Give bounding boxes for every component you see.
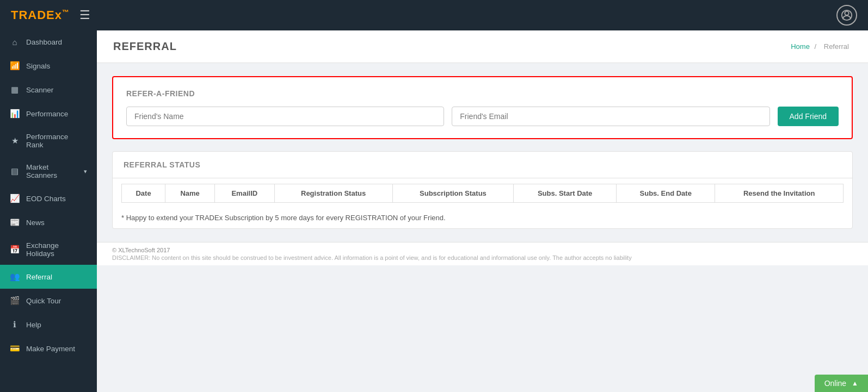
status-card-header: REFERRAL STATUS xyxy=(113,152,852,178)
referral-note: * Happy to extend your TRADEx Subscripti… xyxy=(113,207,852,228)
table-header-row: DateNameEmailIDRegistration StatusSubscr… xyxy=(122,184,844,203)
sidebar: ⌂ Dashboard 📶 Signals ▦ Scanner 📊 Perfor… xyxy=(0,30,97,392)
refer-card-title: REFER-A-FRIEND xyxy=(126,89,839,98)
sidebar-item-help[interactable]: ℹ Help xyxy=(0,313,97,337)
add-friend-button[interactable]: Add Friend xyxy=(778,107,839,126)
hamburger-menu[interactable]: ☰ xyxy=(79,8,90,22)
navbar: TRADEx™ ☰ xyxy=(0,0,868,30)
friend-email-input[interactable] xyxy=(452,107,769,126)
sidebar-label-market-scanners: Market Scanners xyxy=(26,163,77,179)
breadcrumb-current: Referral xyxy=(824,42,849,51)
content-area: REFER-A-FRIEND Add Friend REFERRAL STATU… xyxy=(97,63,868,242)
sidebar-item-quick-tour[interactable]: 🎬 Quick Tour xyxy=(0,289,97,313)
referral-table: DateNameEmailIDRegistration StatusSubscr… xyxy=(121,184,844,203)
sidebar-label-performance-rank: Performance Rank xyxy=(26,133,87,149)
sidebar-label-scanner: Scanner xyxy=(26,86,53,94)
sidebar-item-market-scanners[interactable]: ▤ Market Scanners ▾ xyxy=(0,156,97,186)
brand-tm: ™ xyxy=(62,8,70,16)
chevron-down-icon: ▾ xyxy=(84,168,87,175)
table-col-subs.-end-date: Subs. End Date xyxy=(617,184,715,203)
sidebar-label-quick-tour: Quick Tour xyxy=(26,297,61,305)
help-icon: ℹ xyxy=(10,320,20,329)
sidebar-label-dashboard: Dashboard xyxy=(26,38,62,46)
sidebar-label-make-payment: Make Payment xyxy=(26,345,75,353)
brand-text: TRADEx xyxy=(11,8,62,22)
sidebar-item-make-payment[interactable]: 💳 Make Payment xyxy=(0,337,97,360)
dashboard-icon: ⌂ xyxy=(10,38,20,47)
chevron-up-icon: ▲ xyxy=(852,379,858,387)
referral-icon: 👥 xyxy=(10,272,20,282)
make-payment-icon: 💳 xyxy=(10,344,20,353)
friend-name-input[interactable] xyxy=(126,107,444,126)
brand-logo[interactable]: TRADEx™ xyxy=(11,8,70,22)
status-table-wrap: DateNameEmailIDRegistration StatusSubscr… xyxy=(113,178,852,207)
page-header: REFERRAL Home / Referral xyxy=(97,30,868,63)
refer-card: REFER-A-FRIEND Add Friend xyxy=(112,76,853,139)
sidebar-label-exchange-holidays: Exchange Holidays xyxy=(26,241,87,258)
sidebar-label-signals: Signals xyxy=(26,62,50,70)
sidebar-label-help: Help xyxy=(26,321,41,329)
performance-icon: 📊 xyxy=(10,109,20,119)
quick-tour-icon: 🎬 xyxy=(10,296,20,306)
breadcrumb: Home / Referral xyxy=(791,42,852,51)
page-title: REFERRAL xyxy=(113,40,177,53)
signals-icon: 📶 xyxy=(10,61,20,71)
navbar-left: TRADEx™ ☰ xyxy=(11,8,90,22)
news-icon: 📰 xyxy=(10,217,20,227)
sidebar-label-performance: Performance xyxy=(26,110,68,118)
svg-point-0 xyxy=(845,11,848,15)
sidebar-item-performance-rank[interactable]: ★ Performance Rank xyxy=(0,126,97,156)
breadcrumb-home[interactable]: Home xyxy=(791,42,810,51)
sidebar-item-scanner[interactable]: ▦ Scanner xyxy=(0,78,97,102)
sidebar-item-exchange-holidays[interactable]: 📅 Exchange Holidays xyxy=(0,234,97,265)
exchange-holidays-icon: 📅 xyxy=(10,245,20,254)
footer-disclaimer: DISCLAIMER: No content on this site shou… xyxy=(112,254,853,261)
table-col-registration-status: Registration Status xyxy=(274,184,392,203)
table-col-resend-the-invitation: Resend the Invitation xyxy=(715,184,844,203)
sidebar-label-referral: Referral xyxy=(26,273,52,281)
market-scanners-icon: ▤ xyxy=(10,166,20,176)
online-badge[interactable]: Online ▲ xyxy=(815,375,868,392)
breadcrumb-separator: / xyxy=(815,42,817,51)
table-col-name: Name xyxy=(165,184,215,203)
performance-rank-icon: ★ xyxy=(10,136,20,146)
sidebar-item-dashboard[interactable]: ⌂ Dashboard xyxy=(0,30,97,54)
footer-copyright: © XLTechnoSoft 2017 xyxy=(112,247,853,253)
table-col-emailid: EmailID xyxy=(215,184,274,203)
sidebar-label-eod-charts: EOD Charts xyxy=(26,195,66,203)
eod-charts-icon: 📈 xyxy=(10,194,20,203)
sidebar-item-eod-charts[interactable]: 📈 EOD Charts xyxy=(0,186,97,210)
table-col-subs.-start-date: Subs. Start Date xyxy=(514,184,617,203)
user-avatar[interactable] xyxy=(836,5,857,26)
main-content: REFERRAL Home / Referral REFER-A-FRIEND … xyxy=(97,30,868,392)
sidebar-item-news[interactable]: 📰 News xyxy=(0,210,97,234)
layout: ⌂ Dashboard 📶 Signals ▦ Scanner 📊 Perfor… xyxy=(0,30,868,392)
online-label: Online xyxy=(824,379,846,388)
scanner-icon: ▦ xyxy=(10,85,20,95)
referral-status-card: REFERRAL STATUS DateNameEmailIDRegistrat… xyxy=(112,151,853,229)
footer: © XLTechnoSoft 2017 DISCLAIMER: No conte… xyxy=(97,242,868,265)
table-col-subscription-status: Subscription Status xyxy=(392,184,514,203)
navbar-right xyxy=(836,5,857,26)
table-col-date: Date xyxy=(122,184,165,203)
sidebar-item-performance[interactable]: 📊 Performance xyxy=(0,102,97,126)
sidebar-item-signals[interactable]: 📶 Signals xyxy=(0,54,97,78)
sidebar-label-news: News xyxy=(26,219,45,227)
sidebar-item-referral[interactable]: 👥 Referral xyxy=(0,265,97,289)
table-header: DateNameEmailIDRegistration StatusSubscr… xyxy=(122,184,844,203)
refer-form: Add Friend xyxy=(126,107,839,126)
